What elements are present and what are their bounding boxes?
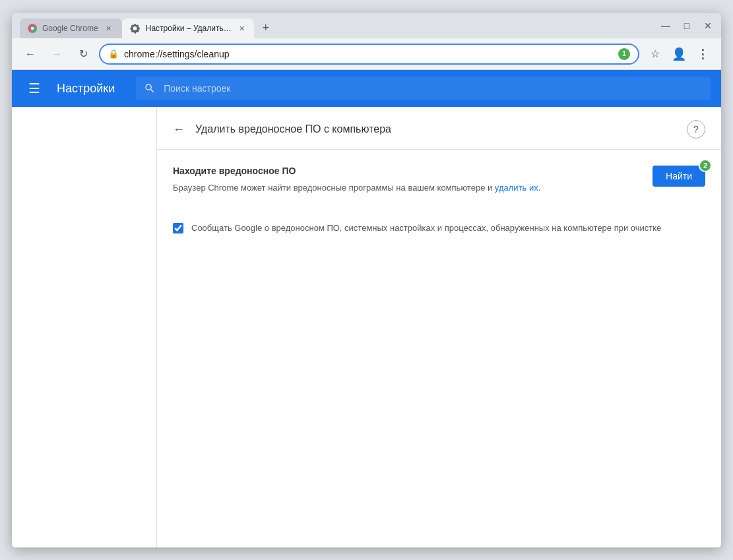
tab-settings-close[interactable]: ✕ (238, 23, 246, 34)
tab-google-chrome-close[interactable]: ✕ (104, 23, 114, 34)
address-lock-icon: 🔒 (108, 49, 119, 59)
tab-settings-label: Настройки – Удалить вредонос... (146, 24, 233, 33)
browser-window: Google Chrome ✕ Настройки – Удалить вред… (12, 13, 721, 547)
maximize-button[interactable]: □ (682, 20, 692, 31)
find-button[interactable]: Найти (653, 166, 705, 187)
new-tab-button[interactable]: + (257, 18, 275, 37)
section-title: Находите вредоносное ПО (173, 166, 637, 176)
search-icon (144, 82, 156, 94)
panel-title: Удалить вредоносное ПО с компьютера (195, 123, 676, 135)
panel-header: ← Удалить вредоносное ПО с компьютера ? (157, 107, 721, 150)
bookmark-button[interactable]: ☆ (645, 44, 666, 65)
report-checkbox[interactable] (173, 223, 183, 233)
settings-header-title: Настройки (57, 82, 115, 96)
chrome-settings-header: ☰ Настройки (12, 70, 721, 107)
checkbox-row: Сообщать Google о вредоносном ПО, систем… (173, 222, 705, 235)
hamburger-icon: ☰ (28, 80, 40, 96)
window-controls: — □ ✕ (660, 20, 713, 31)
search-bar[interactable] (136, 77, 711, 100)
address-bar[interactable]: 🔒 1 (99, 44, 639, 65)
tabs-row: Google Chrome ✕ Настройки – Удалить вред… (17, 18, 716, 38)
tab-settings[interactable]: Настройки – Удалить вредонос... ✕ (122, 18, 254, 38)
panel-content: Находите вредоносное ПО Браузер Chrome м… (157, 150, 721, 250)
gear-icon (130, 23, 141, 34)
address-step-badge: 1 (618, 48, 630, 60)
chrome-menu-button[interactable]: ⋮ (692, 44, 713, 65)
panel-back-button[interactable]: ← (173, 123, 185, 137)
tab-google-chrome[interactable]: Google Chrome ✕ (20, 18, 122, 38)
help-button[interactable]: ? (687, 120, 705, 139)
chrome-logo-icon (28, 24, 37, 33)
app-body: ☰ Настройки ← Удалить вредоносное ПО с к… (12, 70, 721, 547)
sidebar (12, 107, 157, 547)
nav-bar: ← → ↻ 🔒 1 ☆ 👤 ⋮ (12, 38, 721, 70)
minimize-button[interactable]: — (660, 20, 671, 31)
content-area: ← Удалить вредоносное ПО с компьютера ? … (12, 107, 721, 547)
search-input[interactable] (164, 83, 703, 94)
section-desc-link[interactable]: удалить их. (492, 183, 540, 193)
title-bar: Google Chrome ✕ Настройки – Удалить вред… (12, 13, 721, 38)
section-desc: Браузер Chrome может найти вредоносные п… (173, 181, 637, 195)
close-button[interactable]: ✕ (703, 20, 713, 31)
address-input[interactable] (124, 49, 612, 59)
hamburger-menu-button[interactable]: ☰ (22, 77, 46, 100)
section-desc-text: Браузер Chrome может найти вредоносные п… (173, 183, 492, 193)
forward-button: → (46, 44, 67, 65)
nav-right-icons: ☆ 👤 ⋮ (645, 44, 713, 65)
tab-google-chrome-label: Google Chrome (42, 24, 98, 33)
checkbox-label: Сообщать Google о вредоносном ПО, систем… (191, 222, 661, 235)
malware-section: Находите вредоносное ПО Браузер Chrome м… (173, 166, 705, 206)
back-button[interactable]: ← (20, 44, 41, 65)
find-step-badge: 2 (699, 159, 712, 172)
refresh-button[interactable]: ↻ (73, 44, 94, 65)
svg-point-1 (31, 27, 34, 30)
find-button-wrap: Найти 2 (653, 166, 705, 187)
account-button[interactable]: 👤 (668, 44, 689, 65)
main-panel: ← Удалить вредоносное ПО с компьютера ? … (157, 107, 721, 547)
section-text: Находите вредоносное ПО Браузер Chrome м… (173, 166, 637, 206)
